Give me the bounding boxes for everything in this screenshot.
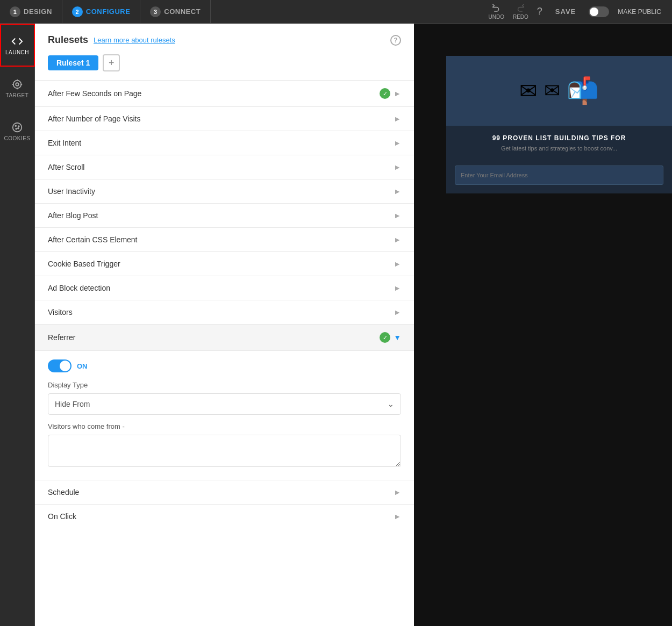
visitors-label: Visitors who come from - [48,422,401,430]
step-3-label: CONNECT [164,8,201,16]
chevron-right-icon: ► [394,235,401,244]
sidebar-cookies-label: COOKIES [4,135,30,141]
rule-after-seconds-status: ✓ ► [380,88,401,99]
svg-point-1 [16,83,19,86]
chevron-right-icon: ► [394,260,401,268]
check-icon: ✓ [380,88,390,99]
display-type-value: Hide From [55,400,90,408]
sidebar-item-cookies[interactable]: COOKIES [0,110,35,153]
sidebar-item-target[interactable]: TARGET [0,67,35,110]
undo-button[interactable]: UNDO [488,3,504,20]
step-3-circle: 3 [150,6,161,17]
referrer-toggle-label: ON [77,362,88,370]
referrer-toggle[interactable] [48,359,72,372]
help-button[interactable]: ? [537,6,542,17]
step-design[interactable]: 1 DESIGN [0,0,62,24]
envelope-icon: ✉ [519,78,538,103]
rule-visitors[interactable]: Visitors ► [35,300,414,324]
visitors-input[interactable] [48,435,401,467]
rule-ad-block-label: Ad Block detection [48,284,394,292]
make-public-label: MAKE PUBLIC [618,8,661,16]
rule-on-click[interactable]: On Click ► [35,504,414,528]
help-icon-circle[interactable]: ? [390,35,401,46]
sidebar-item-launch[interactable]: LAUNCH [0,24,35,67]
rulesets-title: Rulesets [48,34,88,46]
rule-user-inactivity[interactable]: User Inactivity ► [35,179,414,203]
referrer-toggle-row: ON [48,359,401,372]
referrer-expanded-section: ON Display Type Hide From ⌄ Visitors who… [35,350,414,480]
rule-after-seconds[interactable]: After Few Seconds on Page ✓ ► [35,80,414,106]
preview-subtitle: Get latest tips and strategies to boost … [455,145,663,152]
save-button[interactable]: SAVE [551,5,580,18]
rule-page-visits-label: After Number of Page Visits [48,114,394,123]
rule-css-element[interactable]: After Certain CSS Element ► [35,227,414,251]
display-type-dropdown[interactable]: Hide From ⌄ [48,393,401,415]
rule-on-click-label: On Click [48,512,394,521]
rule-cookie-trigger-label: Cookie Based Trigger [48,260,394,268]
rule-after-scroll[interactable]: After Scroll ► [35,155,414,179]
step-1-label: DESIGN [24,8,52,16]
step-1-circle: 1 [10,6,20,17]
main-layout: LAUNCH TARGET COOKIES [0,24,672,626]
step-configure[interactable]: 2 CONFIGURE [62,0,141,24]
ruleset-tabs: Ruleset 1 + [35,54,414,80]
right-panel: ✉ ✉ 📬 99 PROVEN LIST BUILDING TIPS FOR G… [414,24,672,626]
chevron-right-icon: ► [394,163,401,171]
svg-point-10 [18,126,19,127]
chevron-right-icon: ► [394,308,401,316]
help-icon: ? [537,6,542,17]
rule-referrer-status: ✓ ▼ [380,332,401,343]
chevron-down-icon: ▼ [394,333,401,342]
svg-point-9 [16,128,17,129]
rule-visitors-label: Visitors [48,308,394,316]
svg-point-6 [13,123,22,132]
top-bar-right: UNDO REDO ? SAVE MAKE PUBLIC [477,3,672,20]
step-2-circle: 2 [72,6,83,17]
redo-button[interactable]: REDO [513,3,528,20]
rule-user-inactivity-label: User Inactivity [48,187,394,196]
redo-label: REDO [513,14,528,20]
make-public-toggle[interactable] [589,6,609,17]
rule-referrer[interactable]: Referrer ✓ ▼ [35,324,414,350]
svg-point-7 [15,125,16,126]
rule-css-element-label: After Certain CSS Element [48,235,394,244]
chevron-right-icon: ► [394,139,401,147]
target-icon [11,78,23,90]
top-bar: 1 DESIGN 2 CONFIGURE 3 CONNECT UNDO REDO [0,0,672,24]
chevron-right-icon: ► [394,211,401,220]
learn-more-link[interactable]: Learn more about rulesets [94,36,175,44]
display-type-label: Display Type [48,381,401,389]
rule-ad-block[interactable]: Ad Block detection ► [35,276,414,300]
dropdown-chevron-icon: ⌄ [388,400,394,408]
code-icon [11,35,23,47]
preview-text-area: 99 PROVEN LIST BUILDING TIPS FOR Get lat… [446,126,672,160]
ruleset-1-tab[interactable]: Ruleset 1 [48,55,98,70]
rule-schedule[interactable]: Schedule ► [35,480,414,504]
chevron-right-icon: ► [394,187,401,196]
preview-input-area: Enter Your Email Address [446,160,672,193]
chevron-right-icon: ► [394,512,401,521]
preview-image-area: ✉ ✉ 📬 [446,56,672,126]
chevron-right-icon: ► [394,89,401,98]
rule-cookie-trigger[interactable]: Cookie Based Trigger ► [35,251,414,276]
sidebar: LAUNCH TARGET COOKIES [0,24,35,626]
rule-after-blog[interactable]: After Blog Post ► [35,203,414,227]
undo-label: UNDO [488,14,504,20]
center-panel: Rulesets Learn more about rulesets ? Rul… [35,24,414,626]
rule-exit-intent[interactable]: Exit Intent ► [35,131,414,155]
rule-after-blog-label: After Blog Post [48,211,394,220]
mailbox-icon: 📬 [567,76,599,106]
sidebar-target-label: TARGET [6,92,29,98]
envelope-icon-2: ✉ [544,80,560,102]
sidebar-launch-label: LAUNCH [5,49,29,55]
svg-point-0 [13,80,22,88]
rule-page-visits[interactable]: After Number of Page Visits ► [35,106,414,131]
preview-email-input: Enter Your Email Address [455,166,663,185]
rule-exit-intent-label: Exit Intent [48,139,394,147]
step-connect[interactable]: 3 CONNECT [140,0,211,24]
preview-popup-area: ✉ ✉ 📬 99 PROVEN LIST BUILDING TIPS FOR G… [446,56,672,193]
check-icon: ✓ [380,332,390,343]
add-ruleset-button[interactable]: + [103,54,120,71]
rule-schedule-label: Schedule [48,488,394,497]
preview-title: 99 PROVEN LIST BUILDING TIPS FOR [455,134,663,142]
